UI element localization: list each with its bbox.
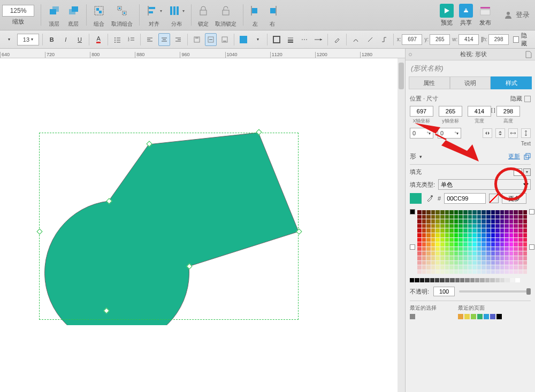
underline-button[interactable]: U (74, 33, 86, 46)
h-input[interactable]: 298 (488, 34, 509, 45)
svg-point-31 (114, 42, 116, 43)
zoom-group: 125% 缩放 (2, 5, 34, 26)
border-style-button[interactable] (299, 33, 310, 46)
eyedropper-icon[interactable] (425, 194, 434, 203)
black-swatch[interactable] (410, 209, 415, 214)
panel-w-input[interactable] (468, 106, 491, 117)
panel-y-input[interactable] (439, 106, 462, 117)
svg-text:2: 2 (128, 39, 129, 42)
unlock-button[interactable]: 取消锁定 (215, 2, 236, 28)
page-icon[interactable] (525, 51, 532, 58)
align-right-text-button[interactable] (172, 33, 184, 46)
align-right-button[interactable]: 右 (267, 2, 278, 28)
zoom-input[interactable]: 125% (2, 5, 34, 17)
preview-button[interactable]: 预览 (440, 4, 454, 27)
inspect-title: 检视: 形状 (415, 50, 532, 58)
fit-height-icon[interactable] (521, 128, 531, 138)
hex-input[interactable] (444, 193, 486, 204)
recent-page-swatches[interactable] (458, 314, 502, 319)
fit-width-icon[interactable] (508, 128, 518, 138)
grayscale-row[interactable] (410, 278, 531, 282)
svg-line-58 (368, 37, 372, 42)
svg-point-27 (114, 37, 116, 39)
svg-rect-3 (69, 9, 75, 14)
valign-top-button[interactable] (191, 33, 203, 46)
white-swatch-2[interactable] (529, 209, 534, 214)
panel-x-input[interactable] (410, 106, 433, 117)
shape-section-toggle[interactable]: 形 (410, 152, 416, 161)
bullet-list-button[interactable] (111, 33, 123, 46)
group-label: 组合 (94, 20, 104, 28)
flip-v-icon[interactable] (495, 128, 505, 138)
panel-hide-checkbox[interactable] (524, 96, 531, 102)
align-left-text-button[interactable] (144, 33, 156, 46)
distribute-button[interactable]: ▾ 分布 (169, 2, 185, 28)
connector-2-button[interactable] (364, 33, 376, 46)
layer-front-label: 顶层 (49, 20, 59, 28)
opacity-slider[interactable] (459, 290, 531, 293)
ungroup-button[interactable]: 取消组合 (111, 2, 133, 28)
layer-back-button[interactable]: 底层 (67, 2, 80, 28)
border-color-button[interactable] (271, 33, 282, 46)
fill-section-label: 填充 (410, 168, 422, 176)
valign-middle-button[interactable] (205, 33, 217, 46)
svg-point-26 (507, 12, 510, 15)
layer-front-button[interactable]: 顶层 (48, 2, 60, 28)
no-fill-swatch[interactable] (489, 194, 499, 203)
line-style-button[interactable] (312, 33, 324, 46)
white-swatch[interactable] (410, 244, 415, 250)
white-swatch-3[interactable] (529, 244, 534, 250)
recent-selection-swatches[interactable] (410, 314, 437, 319)
valign-bottom-button[interactable] (219, 33, 231, 46)
update-link[interactable]: 更新 (508, 152, 520, 160)
share-button[interactable]: 共享 (459, 4, 473, 27)
color-palette[interactable] (417, 210, 527, 274)
svg-rect-62 (526, 153, 530, 158)
login-button[interactable]: 登录 (504, 10, 530, 20)
svg-point-29 (114, 40, 116, 41)
border-width-button[interactable] (285, 33, 296, 46)
align-center-text-button[interactable] (158, 33, 170, 46)
align-button[interactable]: ▾ 对齐 (146, 2, 162, 28)
svg-rect-18 (223, 10, 229, 15)
hide-label: 隐藏 (521, 32, 532, 48)
canvas[interactable] (0, 58, 405, 392)
font-size-input[interactable]: 13 ▾ (17, 34, 39, 45)
number-list-button[interactable]: 12 (125, 33, 137, 46)
group-button[interactable]: 组合 (93, 2, 105, 28)
rotation-2-input[interactable]: 0°▾ (438, 128, 461, 139)
panel-h-input[interactable] (496, 106, 520, 117)
connector-3-button[interactable] (378, 33, 390, 46)
panel-h-label: 高度 (503, 118, 513, 125)
tab-style[interactable]: 样式 (491, 76, 532, 89)
tab-notes[interactable]: 说明 (450, 76, 491, 89)
x-input[interactable]: 697 (402, 34, 422, 45)
fill-color-button[interactable] (238, 33, 249, 46)
vertical-scrollbar[interactable] (398, 58, 405, 392)
flip-h-icon[interactable] (483, 128, 492, 138)
y-input[interactable]: 265 (430, 34, 450, 45)
panel-w-label: 宽度 (475, 118, 484, 125)
fill-type-select[interactable]: 单色 (438, 179, 531, 190)
hide-checkbox[interactable]: 隐藏 (513, 32, 532, 48)
more-colors-button[interactable]: 更多 (502, 193, 526, 204)
w-input[interactable]: 414 (458, 34, 479, 45)
opacity-input[interactable] (433, 287, 455, 296)
font-color-button[interactable]: A (93, 33, 104, 46)
fill-more-button[interactable]: ▾ (251, 33, 263, 46)
connector-1-button[interactable] (350, 33, 362, 46)
copy-style-icon[interactable] (523, 153, 531, 160)
tab-properties[interactable]: 属性 (409, 76, 450, 89)
lock-button[interactable]: 锁定 (198, 2, 209, 28)
rotation-1-input[interactable]: 0°▾ (410, 128, 433, 139)
publish-button[interactable]: 发布 (478, 4, 492, 27)
font-family-dropdown[interactable]: ▾ (3, 33, 15, 46)
panel-header: 检视: 形状 (406, 49, 535, 60)
bold-button[interactable]: B (46, 33, 58, 46)
italic-button[interactable]: I (60, 33, 72, 46)
shape-name-field[interactable]: (形状名称) (406, 60, 535, 76)
fill-target-picker[interactable]: ▾ (514, 168, 531, 176)
eyedropper-button[interactable] (331, 33, 343, 46)
align-left-button[interactable]: 左 (250, 2, 261, 28)
text-mode-label: Text (521, 141, 531, 147)
